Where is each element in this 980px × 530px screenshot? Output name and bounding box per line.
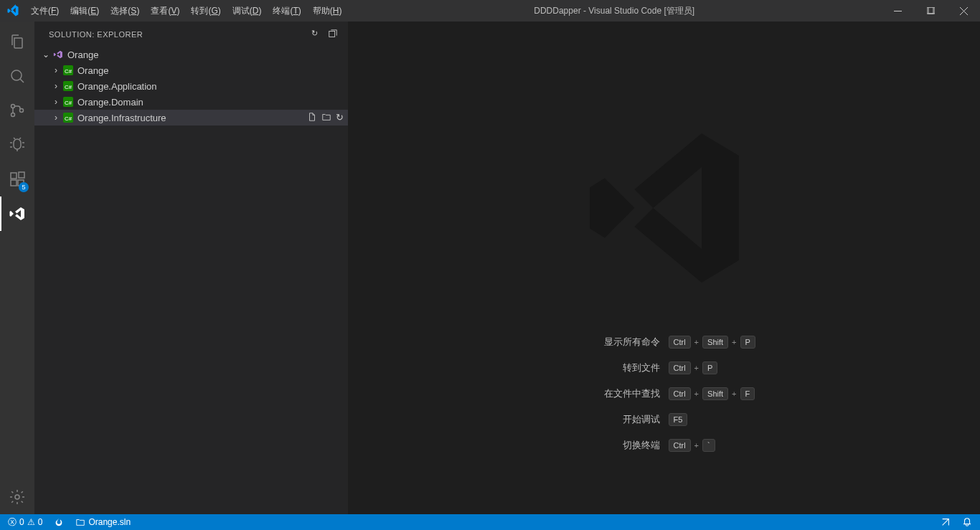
shortcut-keys: Ctrl+` [669, 439, 913, 452]
new-folder-icon[interactable] [321, 112, 331, 124]
plus: + [732, 338, 736, 346]
menu-e[interactable]: 编辑(E) [65, 1, 105, 22]
sidebar-header: SOLUTION: EXPLORER ↻ [34, 22, 348, 47]
menu-h[interactable]: 帮助(H) [307, 1, 348, 22]
shortcut-row: 切换终端Ctrl+` [348, 439, 980, 452]
svg-point-4 [11, 105, 15, 108]
keycap: P [702, 361, 717, 374]
svg-text:C#: C# [65, 68, 72, 75]
chevron-down-icon: ⌄ [40, 49, 52, 60]
plus: + [732, 389, 736, 398]
shortcut-label: 转到文件 [416, 361, 660, 374]
menu-bar: 文件(F)编辑(E)选择(S)查看(V)转到(G)调试(D)终端(T)帮助(H) [25, 1, 347, 22]
svg-point-6 [20, 109, 24, 113]
csharp-project-icon: C# [62, 81, 75, 91]
svg-rect-1 [927, 7, 933, 14]
svg-rect-8 [11, 180, 17, 186]
refresh-icon[interactable]: ↻ [336, 112, 344, 124]
keycap: F [740, 387, 755, 400]
maximize-button[interactable] [914, 0, 947, 22]
tree-label: Orange [77, 65, 108, 76]
keycap: ` [702, 439, 715, 452]
svg-point-5 [11, 113, 15, 117]
shortcut-keys: Ctrl+Shift+P [669, 336, 913, 349]
shortcut-row: 显示所有命令Ctrl+Shift+P [348, 336, 980, 349]
status-solution[interactable]: Orange.sln [73, 517, 133, 527]
search-icon[interactable] [0, 59, 34, 93]
project-item[interactable]: ›C#Orange.Infrastructure↻ [34, 110, 348, 126]
tree-label: Orange.Application [77, 81, 157, 92]
status-problems[interactable]: ⓧ0 ⚠0 [6, 516, 44, 529]
menu-g[interactable]: 转到(G) [185, 1, 226, 22]
menu-s[interactable]: 选择(S) [105, 1, 145, 22]
svg-rect-10 [19, 172, 24, 178]
window-title: DDDDapper - Visual Studio Code [管理员] [347, 5, 881, 17]
shortcut-row: 在文件中查找Ctrl+Shift+F [348, 387, 980, 400]
solution-tree: ⌄ Orange ›C#Orange↻›C#Orange.Application… [34, 47, 348, 126]
csharp-project-icon: C# [62, 113, 75, 123]
status-flame-icon[interactable] [52, 517, 66, 527]
solution-root[interactable]: ⌄ Orange [34, 47, 348, 62]
chevron-right-icon: › [50, 81, 62, 91]
shortcut-keys: Ctrl+Shift+F [669, 387, 913, 400]
activity-bar: 5 [0, 22, 34, 514]
project-item[interactable]: ›C#Orange↻ [34, 62, 348, 78]
app-logo [0, 4, 25, 17]
tree-label: Orange.Domain [77, 97, 143, 108]
shortcut-label: 在文件中查找 [416, 387, 660, 400]
keycap: Shift [702, 336, 728, 349]
svg-rect-12 [329, 31, 335, 37]
error-icon: ⓧ [8, 516, 17, 529]
project-item[interactable]: ›C#Orange.Application↻ [34, 78, 348, 94]
warning-count: 0 [38, 517, 43, 527]
svg-text:C#: C# [65, 100, 72, 106]
keycap: P [740, 336, 755, 349]
notifications-icon[interactable] [960, 517, 974, 527]
svg-text:C#: C# [65, 115, 72, 122]
chevron-right-icon: › [50, 65, 62, 75]
menu-t[interactable]: 终端(T) [267, 1, 306, 22]
sidebar-title: SOLUTION: EXPLORER [49, 30, 143, 39]
shortcut-keys: Ctrl+P [669, 361, 913, 374]
extensions-icon[interactable]: 5 [0, 162, 34, 197]
status-bar: ⓧ0 ⚠0 Orange.sln [0, 514, 980, 530]
new-file-icon[interactable] [307, 112, 317, 124]
editor-area: 显示所有命令Ctrl+Shift+P转到文件Ctrl+P在文件中查找Ctrl+S… [348, 22, 980, 514]
keycap: Ctrl [669, 336, 691, 349]
keycap: Ctrl [669, 361, 691, 374]
tree-label: Orange [67, 49, 98, 60]
shortcut-label: 切换终端 [416, 439, 660, 452]
keycap: Shift [702, 387, 728, 400]
tree-label: Orange.Infrastructure [77, 113, 166, 123]
svg-rect-0 [894, 11, 902, 11]
plus: + [694, 441, 699, 450]
menu-v[interactable]: 查看(V) [145, 1, 185, 22]
solution-explorer-icon[interactable] [0, 197, 34, 231]
shortcut-row: 转到文件Ctrl+P [348, 361, 980, 374]
feedback-icon[interactable] [938, 517, 953, 527]
refresh-icon[interactable]: ↻ [311, 29, 319, 40]
shortcut-keys: F5 [669, 413, 913, 426]
close-button[interactable] [947, 0, 980, 22]
explorer-icon[interactable] [0, 24, 34, 59]
svg-text:C#: C# [65, 84, 72, 90]
settings-gear-icon[interactable] [0, 480, 34, 514]
keycap: F5 [669, 413, 688, 426]
plus: + [694, 364, 699, 372]
csharp-project-icon: C# [62, 97, 75, 107]
menu-d[interactable]: 调试(D) [227, 1, 268, 22]
source-control-icon[interactable] [0, 93, 34, 128]
svg-rect-2 [928, 7, 935, 14]
keycap: Ctrl [669, 387, 691, 400]
shortcut-label: 显示所有命令 [416, 336, 660, 349]
error-count: 0 [19, 517, 24, 527]
extensions-badge: 5 [19, 182, 29, 192]
collapse-all-icon[interactable] [328, 29, 338, 40]
title-bar: 文件(F)编辑(E)选择(S)查看(V)转到(G)调试(D)终端(T)帮助(H)… [0, 0, 980, 22]
chevron-right-icon: › [50, 113, 62, 123]
debug-icon[interactable] [0, 128, 34, 162]
minimize-button[interactable] [881, 0, 914, 22]
shortcut-label: 开始调试 [416, 413, 660, 426]
project-item[interactable]: ›C#Orange.Domain↻ [34, 94, 348, 110]
menu-f[interactable]: 文件(F) [25, 1, 65, 22]
